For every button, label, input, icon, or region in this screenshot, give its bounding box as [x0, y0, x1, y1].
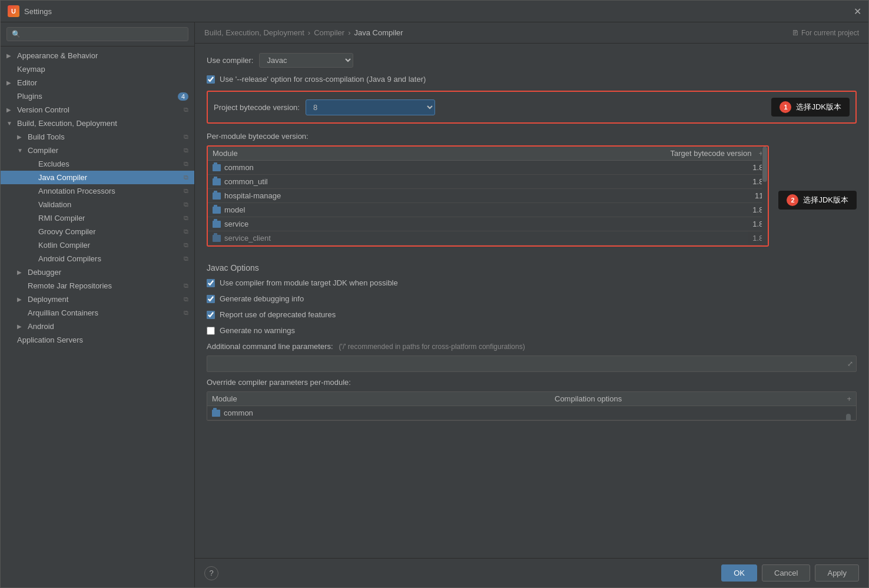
cmd-input[interactable] — [207, 356, 857, 372]
javac-options-section: Javac Options Use compiler from module t… — [207, 263, 857, 421]
breadcrumb-sep2: › — [348, 28, 350, 37]
table-row[interactable]: common_util 1.8 — [208, 175, 768, 189]
cmd-params-label: Additional command line parameters: — [207, 342, 333, 351]
tooltip2-badge: 2 选择JDK版本 — [778, 191, 857, 210]
sidebar-item-keymap[interactable]: Keymap — [1, 62, 194, 76]
copy-icon: ⧉ — [184, 295, 188, 303]
sidebar-item-label: Kotlin Compiler — [38, 241, 181, 250]
modules-table-wrapper: Module Target bytecode version + common — [207, 145, 769, 247]
sidebar-item-label: Android — [28, 322, 188, 331]
col-plus-header[interactable]: + — [751, 149, 763, 158]
sidebar-item-label: Application Servers — [17, 335, 188, 344]
override-label: Override compiler parameters per-module: — [207, 378, 857, 387]
expand-icon: ▼ — [17, 147, 25, 154]
deprecated-label: Report use of deprecated features — [220, 310, 336, 319]
sidebar-item-label: Compiler — [28, 146, 181, 155]
table-row[interactable]: hospital-manage 11 — [208, 189, 768, 203]
bytecode-select[interactable]: 8 11 17 — [306, 99, 435, 115]
app-icon: U — [8, 5, 19, 17]
close-button[interactable]: ✕ — [854, 6, 861, 17]
module-icon — [213, 207, 221, 214]
sidebar-item-debugger[interactable]: ▶ Debugger — [1, 265, 194, 279]
override-table-row[interactable]: common — [207, 406, 856, 420]
apply-button[interactable]: Apply — [815, 564, 859, 582]
table-row[interactable]: service 1.8 — [208, 217, 768, 231]
sidebar-item-java-compiler[interactable]: Java Compiler ⧉ — [1, 171, 194, 184]
cmd-params-container: Additional command line parameters: ('/'… — [207, 342, 857, 372]
modules-table: Module Target bytecode version + common — [208, 147, 768, 245]
window-title: Settings — [24, 7, 52, 16]
copy-icon: ⧉ — [184, 133, 188, 141]
sidebar-item-excludes[interactable]: Excludes ⧉ — [1, 157, 194, 171]
breadcrumb-sep1: › — [308, 28, 310, 37]
sidebar-item-label: Editor — [17, 78, 188, 87]
sidebar-item-android-comp[interactable]: Android Compilers ⧉ — [1, 252, 194, 265]
module-jdk-checkbox[interactable] — [207, 279, 215, 287]
sidebar-item-rmi[interactable]: RMI Compiler ⧉ — [1, 211, 194, 225]
deprecated-checkbox[interactable] — [207, 311, 215, 319]
override-col-options: Compilation options — [555, 394, 837, 403]
sidebar-item-kotlin[interactable]: Kotlin Compiler ⧉ — [1, 238, 194, 252]
sidebar-item-build-tools[interactable]: ▶ Build Tools ⧉ — [1, 130, 194, 144]
cancel-button[interactable]: Cancel — [762, 564, 810, 582]
help-button[interactable]: ? — [204, 566, 218, 580]
search-input[interactable] — [6, 27, 188, 41]
project-icon: 🖹 — [792, 29, 799, 37]
module-version: 1.8 — [645, 177, 763, 186]
sidebar-item-plugins[interactable]: Plugins 4 — [1, 89, 194, 103]
table-scrollbar[interactable] — [762, 147, 768, 245]
breadcrumb-part3: Java Compiler — [354, 28, 403, 37]
col-module-header: Module — [213, 149, 633, 158]
sidebar-item-appearance[interactable]: ▶ Appearance & Behavior — [1, 49, 194, 62]
copy-icon: ⧉ — [184, 255, 188, 263]
bytecode-label: Project bytecode version: — [214, 103, 300, 112]
table-row[interactable]: common 1.8 — [208, 161, 768, 175]
copy-icon: ⧉ — [184, 187, 188, 195]
cross-compile-checkbox[interactable] — [207, 75, 215, 84]
sidebar-item-app-servers[interactable]: Application Servers — [1, 333, 194, 347]
module-version: 1.8 — [645, 163, 763, 172]
sidebar-item-label: Groovy Compiler — [38, 227, 181, 236]
sidebar-item-build-exec[interactable]: ▼ Build, Execution, Deployment — [1, 117, 194, 130]
sidebar-item-version-control[interactable]: ▶ Version Control ⧉ — [1, 103, 194, 117]
expand-icon: ▶ — [6, 79, 15, 86]
override-module: common — [212, 408, 569, 417]
tooltip1-container: 8 11 17 — [306, 99, 435, 115]
module-label: common_util — [224, 177, 268, 186]
main-panel: Build, Execution, Deployment › Compiler … — [195, 22, 868, 587]
override-scrollbar-thumb — [846, 414, 851, 421]
ok-button[interactable]: OK — [721, 564, 757, 582]
sidebar-item-validation[interactable]: Validation ⧉ — [1, 198, 194, 211]
compiler-select[interactable]: Javac Eclipse Ajc — [259, 53, 353, 68]
expand-icon: ▶ — [17, 134, 25, 140]
sidebar-item-annotation[interactable]: Annotation Processors ⧉ — [1, 184, 194, 198]
sidebar-item-android[interactable]: ▶ Android — [1, 320, 194, 333]
override-module-label: common — [224, 408, 253, 417]
override-plus-btn[interactable]: + — [837, 394, 851, 403]
debug-checkbox[interactable] — [207, 295, 215, 303]
sidebar-item-label: Java Compiler — [38, 173, 181, 182]
tooltip2-label: 选择JDK版本 — [803, 195, 848, 205]
sidebar-item-label: Version Control — [17, 105, 181, 114]
sidebar-item-label: Excludes — [38, 160, 181, 168]
sidebar-item-arquillian[interactable]: Arquillian Containers ⧉ — [1, 306, 194, 320]
sidebar-item-compiler[interactable]: ▼ Compiler ⧉ — [1, 144, 194, 157]
expand-icon: ▶ — [6, 107, 15, 113]
table-row[interactable]: model 1.8 — [208, 203, 768, 217]
main-content: ▶ Appearance & Behavior Keymap ▶ Editor … — [1, 22, 868, 587]
sidebar-item-deployment[interactable]: ▶ Deployment ⧉ — [1, 293, 194, 306]
table-row[interactable]: service_client 1.8 — [208, 231, 768, 245]
no-warnings-label: Generate no warnings — [220, 326, 295, 335]
sidebar-item-label: Validation — [38, 200, 181, 209]
module-icon — [213, 192, 221, 200]
module-name: hospital-manage — [213, 191, 645, 200]
expand-icon: ▶ — [17, 323, 25, 330]
sidebar: ▶ Appearance & Behavior Keymap ▶ Editor … — [1, 22, 195, 587]
sidebar-item-editor[interactable]: ▶ Editor — [1, 76, 194, 89]
module-icon — [213, 164, 221, 171]
no-warnings-checkbox[interactable] — [207, 327, 215, 335]
sidebar-item-remote-jar[interactable]: Remote Jar Repositories ⧉ — [1, 279, 194, 293]
expand-icon: ▶ — [17, 269, 25, 275]
tooltip1-badge: 1 选择JDK版本 — [771, 98, 850, 117]
sidebar-item-groovy[interactable]: Groovy Compiler ⧉ — [1, 225, 194, 238]
